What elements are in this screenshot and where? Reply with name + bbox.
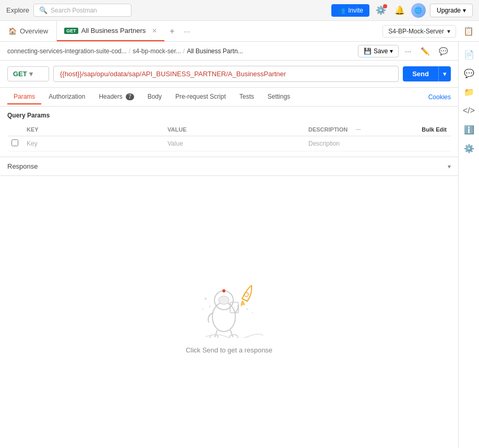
tab-pre-request[interactable]: Pre-request Script [169, 90, 232, 104]
tab-name: All Business Partners [81, 27, 146, 34]
search-placeholder: Search Postman [51, 7, 97, 14]
env-icon-button[interactable]: 📋 [460, 23, 477, 40]
empty-state: Click Send to get a response [0, 176, 458, 448]
avatar[interactable]: 🌐 [411, 3, 426, 18]
send-dropdown-button[interactable]: ▾ [438, 66, 451, 81]
th-desc-label: DESCRIPTION [308, 126, 348, 133]
svg-point-11 [202, 309, 203, 310]
method-chevron-icon: ▾ [29, 70, 33, 78]
server-select[interactable]: S4-BP-Mock-Server ▾ [382, 25, 456, 38]
right-code-button[interactable]: </> [461, 102, 477, 119]
tab-more-icon: ··· [184, 27, 190, 36]
tab-body[interactable]: Body [141, 90, 168, 104]
right-file-button[interactable]: 📁 [461, 84, 477, 100]
breadcrumb-sep2: / [183, 48, 185, 55]
bulk-edit-button[interactable]: Bulk Edit [422, 126, 447, 133]
cookies-link[interactable]: Cookies [428, 93, 451, 101]
breadcrumb-part2[interactable]: s4-bp-mock-ser... [133, 48, 181, 55]
response-chevron-icon: ▾ [448, 163, 451, 170]
main-layout: connecting-services-integration-suite-co… [0, 42, 479, 448]
empty-state-text: Click Send to get a response [186, 346, 272, 354]
tab-more-button[interactable]: ··· [180, 27, 195, 36]
right-doc-button[interactable]: 📄 [461, 46, 477, 63]
invite-icon: 👥 [338, 7, 345, 14]
content-area: connecting-services-integration-suite-co… [0, 42, 458, 448]
request-bar: GET ▾ Send ▾ [0, 61, 458, 88]
svg-point-12 [247, 309, 248, 310]
right-settings-button[interactable]: ⚙️ [461, 140, 477, 157]
params-section: Query Params KEY VALUE DESCRIPTION ··· B… [0, 107, 458, 157]
settings-icon-wrapper: ⚙️ [374, 3, 388, 18]
tab-bar: 🏠 Overview GET All Business Partners ✕ +… [0, 21, 479, 42]
add-tab-icon: + [170, 27, 174, 36]
tab-active-request[interactable]: GET All Business Partners ✕ [57, 21, 164, 41]
row-checkbox[interactable] [7, 136, 22, 151]
th-desc-actions: DESCRIPTION ··· Bulk Edit [308, 126, 447, 133]
response-label: Response [7, 162, 38, 170]
comment-icon-button[interactable]: 💬 [436, 45, 451, 57]
right-info-button[interactable]: ℹ️ [461, 121, 477, 138]
row-key[interactable]: Key [22, 136, 163, 151]
breadcrumb: connecting-services-integration-suite-co… [0, 42, 458, 61]
method-select[interactable]: GET ▾ [7, 66, 49, 81]
url-input[interactable] [53, 66, 399, 82]
th-description: DESCRIPTION ··· Bulk Edit [304, 123, 451, 136]
method-label: GET [13, 70, 27, 78]
server-chevron-icon: ▾ [447, 28, 450, 35]
svg-point-5 [230, 335, 238, 338]
tab-add-button[interactable]: + [164, 27, 179, 36]
search-icon: 🔍 [39, 6, 47, 14]
right-comment-button[interactable]: 💬 [461, 65, 477, 81]
row-value[interactable]: Value [163, 136, 304, 151]
top-bar-right: 👥 Invite ⚙️ 🔔 🌐 Upgrade ▾ [331, 3, 473, 18]
breadcrumb-actions: 💾 Save ▾ ··· ✏️ 💬 [358, 45, 451, 57]
tab-bar-right: S4-BP-Mock-Server ▾ 📋 [382, 23, 479, 40]
query-params-title: Query Params [7, 112, 451, 119]
tab-tests[interactable]: Tests [233, 90, 260, 104]
breadcrumb-more-icon: ··· [405, 47, 411, 55]
response-bar[interactable]: Response ▾ [0, 157, 458, 176]
tab-params[interactable]: Params [7, 90, 41, 104]
invite-label: Invite [348, 7, 363, 14]
breadcrumb-sep1: / [129, 48, 130, 55]
th-key: KEY [22, 123, 163, 136]
tab-headers-label: Headers [99, 93, 122, 100]
top-bar-left: Explore 🔍 Search Postman [6, 4, 131, 17]
upgrade-button[interactable]: Upgrade ▾ [430, 4, 473, 17]
params-table: KEY VALUE DESCRIPTION ··· Bulk Edit [7, 123, 451, 151]
svg-point-13 [252, 312, 253, 313]
tab-close-icon[interactable]: ✕ [152, 27, 157, 34]
row-checkbox-input[interactable] [11, 139, 18, 146]
send-group: Send ▾ [403, 66, 451, 81]
tab-method-badge: GET [64, 28, 78, 34]
save-label: Save [374, 48, 388, 55]
tab-overview[interactable]: 🏠 Overview [0, 21, 57, 41]
svg-point-2 [219, 296, 229, 304]
explore-label: Explore [6, 6, 29, 14]
row-description[interactable]: Description [304, 136, 451, 151]
edit-icon-button[interactable]: ✏️ [417, 45, 433, 57]
tab-authorization[interactable]: Authorization [42, 90, 91, 104]
tab-settings[interactable]: Settings [261, 90, 296, 104]
svg-point-9 [205, 298, 207, 300]
search-box[interactable]: 🔍 Search Postman [33, 4, 131, 17]
invite-button[interactable]: 👥 Invite [331, 4, 369, 17]
save-button[interactable]: 💾 Save ▾ [358, 45, 399, 57]
request-tabs: Params Authorization Headers 7 Body Pre-… [0, 88, 458, 107]
upgrade-chevron-icon: ▾ [463, 7, 466, 14]
tab-headers[interactable]: Headers 7 [92, 90, 140, 104]
top-bar: Explore 🔍 Search Postman 👥 Invite ⚙️ 🔔 🌐… [0, 0, 479, 21]
server-name: S4-BP-Mock-Server [388, 28, 444, 35]
overview-icon: 🏠 [8, 27, 17, 35]
bell-icon-button[interactable]: 🔔 [392, 3, 407, 18]
th-checkbox [7, 123, 22, 136]
notification-dot [383, 4, 387, 8]
empty-state-illustration [190, 270, 268, 338]
upgrade-label: Upgrade [437, 7, 461, 14]
th-desc-more-icon[interactable]: ··· [356, 126, 361, 133]
send-button[interactable]: Send [403, 66, 438, 81]
table-row: Key Value Description [7, 136, 451, 151]
breadcrumb-more-button[interactable]: ··· [402, 45, 414, 57]
save-icon: 💾 [364, 48, 372, 55]
breadcrumb-part1[interactable]: connecting-services-integration-suite-co… [7, 48, 127, 55]
